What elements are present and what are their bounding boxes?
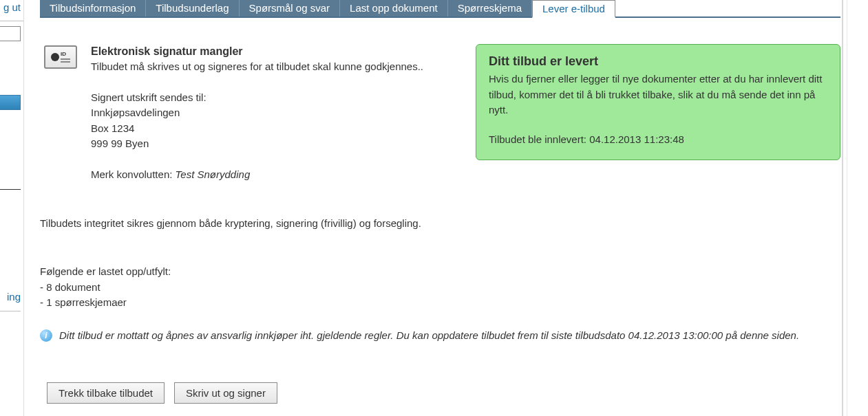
right-border: [842, 0, 843, 416]
right-border: [847, 0, 847, 416]
send-to-label: Signert utskrift sendes til:: [91, 90, 449, 106]
info-text: Ditt tilbud er mottatt og åpnes av ansva…: [59, 327, 799, 343]
tab-bar: Tilbudsinformasjon Tilbudsunderlag Spørs…: [40, 0, 840, 18]
envelope-mark-line: Merk konvolutten: Test Snørydding: [91, 167, 449, 183]
status-submitted-label: Tilbudet ble innlevert:: [489, 133, 589, 145]
status-body: Hvis du fjerner eller legger til nye dok…: [489, 72, 827, 118]
tab-sporsmal-og-svar[interactable]: Spørsmål og svar: [240, 0, 341, 17]
side-selected-fragment[interactable]: [0, 95, 21, 110]
status-title: Ditt tilbud er levert: [489, 54, 827, 69]
side-separator: [0, 21, 23, 21]
status-delivered-box: Ditt tilbud er levert Hvis du fjerner el…: [476, 44, 840, 160]
integrity-text: Tilbudets integritet sikres gjennom både…: [40, 216, 425, 232]
tab-tilbudsunderlag[interactable]: Tilbudsunderlag: [146, 0, 239, 17]
print-and-sign-button[interactable]: Skriv ut og signer: [174, 382, 277, 404]
side-link-fragment-2[interactable]: ing: [7, 291, 21, 303]
tab-last-opp-dokument[interactable]: Last opp dokument: [340, 0, 448, 17]
address-line-3: 999 99 Byen: [91, 136, 449, 152]
info-message: Ditt tilbud er mottatt og åpnes av ansva…: [40, 327, 840, 343]
action-buttons: Trekk tilbake tilbudet Skriv ut og signe…: [47, 382, 277, 404]
side-separator: [0, 311, 21, 311]
status-submitted-timestamp: 04.12.2013 11:23:48: [589, 133, 684, 145]
uploaded-heading: Følgende er lastet opp/utfylt:: [40, 264, 425, 280]
side-input-fragment[interactable]: [0, 26, 21, 41]
uploaded-summary: Følgende er lastet opp/utfylt: - 8 dokum…: [40, 264, 425, 311]
address-line-2: Box 1234: [91, 121, 449, 137]
side-link-fragment-1[interactable]: g ut: [3, 1, 21, 13]
signature-missing-desc: Tilbudet må skrives ut og signeres for a…: [91, 59, 449, 75]
withdraw-offer-button[interactable]: Trekk tilbake tilbudet: [47, 382, 165, 404]
uploaded-item: - 1 spørreskjemaer: [40, 295, 425, 311]
envelope-mark-value: Test Snørydding: [176, 168, 251, 180]
side-separator: [0, 189, 21, 190]
tab-tilbudsinformasjon[interactable]: Tilbudsinformasjon: [40, 0, 146, 17]
status-submitted-line: Tilbudet ble innlevert: 04.12.2013 11:23…: [489, 132, 827, 148]
id-badge-icon: ID: [44, 45, 77, 69]
tab-content: ID Elektronisk signatur mangler Tilbudet…: [40, 18, 840, 416]
info-icon: [40, 329, 52, 342]
envelope-mark-label: Merk konvolutten:: [91, 168, 176, 180]
uploaded-item: - 8 dokument: [40, 280, 425, 296]
signature-missing-block: Elektronisk signatur mangler Tilbudet må…: [91, 45, 449, 182]
left-panel-fragment: g ut ing: [0, 0, 24, 416]
address-line-1: Innkjøpsavdelingen: [91, 105, 449, 121]
tab-sporreskjema[interactable]: Spørreskjema: [448, 0, 532, 17]
tab-lever-e-tilbud[interactable]: Lever e-tilbud: [532, 0, 615, 18]
signature-missing-title: Elektronisk signatur mangler: [91, 45, 449, 58]
